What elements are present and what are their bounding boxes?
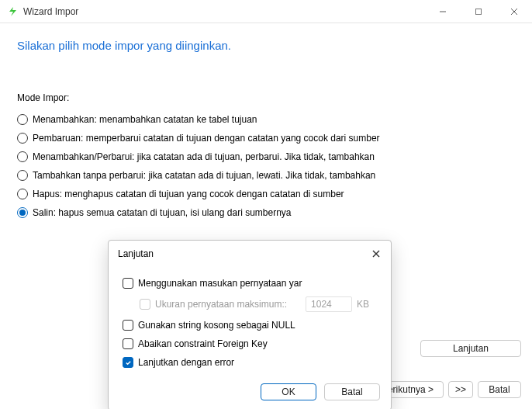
checkbox-max-statement: Ukuran pernyataan maksimum:: KB bbox=[140, 296, 377, 312]
cancel-button[interactable]: Batal bbox=[478, 381, 521, 398]
radio-copy[interactable]: Salin: hapus semua catatan di tujuan, is… bbox=[17, 207, 515, 218]
app-icon bbox=[6, 5, 19, 18]
radio-icon bbox=[17, 114, 28, 125]
checkbox-icon bbox=[140, 299, 150, 310]
dialog-title: Lanjutan bbox=[118, 248, 154, 259]
dialog-cancel-button[interactable]: Batal bbox=[324, 383, 380, 400]
dialog-ok-button[interactable]: OK bbox=[261, 383, 316, 400]
radio-append-noupdate[interactable]: Tambahkan tanpa perbarui: jika catatan a… bbox=[17, 170, 515, 181]
checkbox-icon bbox=[123, 357, 133, 368]
checkbox-icon bbox=[123, 338, 133, 349]
radio-icon bbox=[17, 151, 28, 162]
radio-label: Hapus: menghapus catatan di tujuan yang … bbox=[33, 189, 344, 199]
checkbox-multi-insert[interactable]: Menggunakan masukan pernyataan yar bbox=[123, 278, 377, 289]
checkbox-label: Abaikan constraint Foreign Key bbox=[138, 338, 268, 349]
radio-icon bbox=[17, 170, 28, 181]
checkbox-label: Ukuran pernyataan maksimum:: bbox=[155, 299, 287, 310]
advanced-button[interactable]: Lanjutan bbox=[420, 340, 521, 357]
checkbox-icon bbox=[123, 320, 133, 331]
checkbox-icon bbox=[123, 278, 133, 289]
advanced-dialog: Lanjutan Menggunakan masukan pernyataan … bbox=[108, 240, 392, 409]
checkbox-continue-error[interactable]: Lanjutkan dengan error bbox=[123, 357, 377, 368]
radio-label: Salin: hapus semua catatan di tujuan, is… bbox=[33, 207, 292, 218]
radio-append[interactable]: Menambahkan: menambahkan catatan ke tabe… bbox=[17, 114, 515, 125]
import-mode-group: Menambahkan: menambahkan catatan ke tabe… bbox=[17, 114, 515, 218]
radio-update[interactable]: Pembaruan: memperbarui catatan di tujuan… bbox=[17, 133, 515, 144]
checkbox-label: Lanjutkan dengan error bbox=[138, 357, 234, 368]
radio-append-update[interactable]: Menambahkan/Perbarui: jika catatan ada d… bbox=[17, 151, 515, 162]
wizard-body: Silakan pilih mode impor yang diinginkan… bbox=[0, 23, 532, 218]
radio-icon bbox=[17, 133, 28, 144]
radio-label: Tambahkan tanpa perbarui: jika catatan a… bbox=[33, 170, 375, 181]
max-statement-input bbox=[306, 296, 352, 312]
close-button[interactable] bbox=[496, 0, 532, 23]
mode-label: Mode Impor: bbox=[17, 92, 515, 103]
svg-rect-1 bbox=[476, 9, 482, 14]
maximize-button[interactable] bbox=[461, 0, 496, 23]
radio-icon bbox=[17, 189, 28, 199]
window-title: Wizard Impor bbox=[23, 6, 78, 17]
checkbox-empty-null[interactable]: Gunakan string kosong sebagai NULL bbox=[123, 320, 377, 331]
dialog-body: Menggunakan masukan pernyataan yar Ukura… bbox=[109, 267, 391, 379]
checkbox-label: Menggunakan masukan pernyataan yar bbox=[138, 278, 302, 289]
dialog-header: Lanjutan bbox=[109, 241, 391, 267]
radio-delete[interactable]: Hapus: menghapus catatan di tujuan yang … bbox=[17, 189, 515, 199]
fast-forward-button[interactable]: >> bbox=[448, 381, 473, 398]
radio-icon bbox=[17, 207, 28, 218]
unit-label: KB bbox=[357, 299, 369, 310]
page-heading: Silakan pilih mode impor yang diinginkan… bbox=[17, 39, 515, 52]
dialog-close-button[interactable] bbox=[368, 245, 385, 262]
minimize-button[interactable] bbox=[425, 0, 461, 23]
dialog-footer: OK Batal bbox=[109, 379, 391, 409]
radio-label: Menambahkan/Perbarui: jika catatan ada d… bbox=[33, 151, 375, 162]
titlebar: Wizard Impor bbox=[0, 0, 532, 23]
radio-label: Menambahkan: menambahkan catatan ke tabe… bbox=[33, 114, 257, 125]
radio-label: Pembaruan: memperbarui catatan di tujuan… bbox=[33, 133, 380, 144]
checkbox-ignore-fk[interactable]: Abaikan constraint Foreign Key bbox=[123, 338, 377, 349]
checkbox-label: Gunakan string kosong sebagai NULL bbox=[138, 320, 295, 331]
